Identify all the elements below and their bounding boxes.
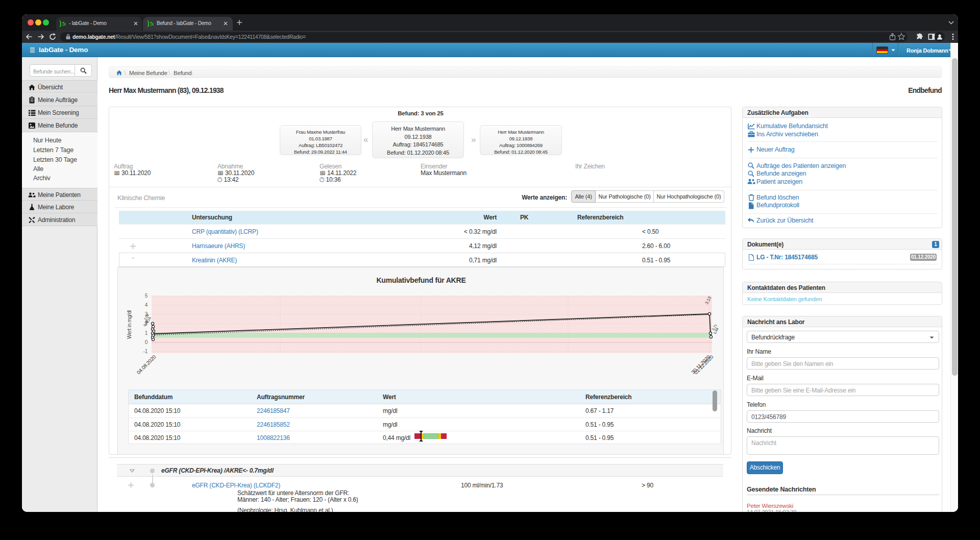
svg-text:): ) (148, 20, 149, 27)
svg-text:): ) (60, 20, 61, 27)
svg-text:4: 4 (145, 302, 148, 308)
svg-text:5: 5 (145, 293, 148, 299)
svg-text:04.08.2020: 04.08.2020 (136, 354, 157, 375)
svg-text:Wert in mg/dl: Wert in mg/dl (127, 310, 132, 339)
svg-text:0: 0 (145, 339, 148, 345)
svg-text:1: 1 (145, 330, 148, 336)
svg-text:-1: -1 (143, 349, 148, 354)
